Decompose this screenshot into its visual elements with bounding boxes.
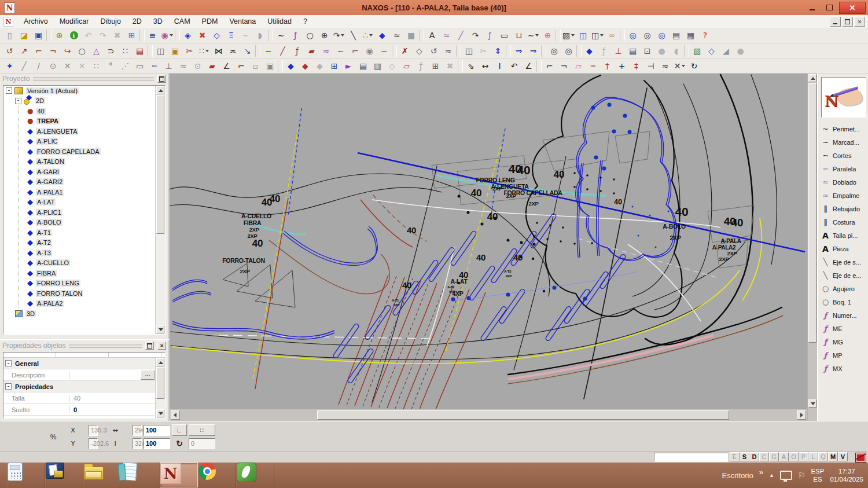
table-columns-icon-button[interactable]: ▥ bbox=[370, 59, 385, 73]
tree-item-2d[interactable]: -◆2D bbox=[3, 96, 156, 107]
corner-arc-1-icon-button[interactable]: ↺ bbox=[2, 44, 17, 58]
show-hidden-icons[interactable]: ▲ bbox=[769, 472, 774, 478]
trim-corner-1-icon-button[interactable]: ⌐ bbox=[542, 59, 557, 73]
apply-curve-r-icon-button[interactable]: ⇒ bbox=[526, 44, 540, 58]
calculator-icon-button[interactable]: ⊞ bbox=[327, 59, 341, 73]
piece-ghost-1-icon-button[interactable]: ● bbox=[654, 44, 669, 58]
scale-x-field[interactable]: 100 bbox=[144, 425, 170, 436]
rect-red-icon-button[interactable]: ▰ bbox=[205, 59, 219, 73]
layer-key-a[interactable]: A bbox=[779, 452, 789, 461]
canvas-vscrollbar[interactable] bbox=[807, 74, 818, 421]
zoom-window-icon-button[interactable]: ◎ bbox=[626, 28, 640, 42]
collapse-icon[interactable]: - bbox=[5, 383, 12, 390]
apply-curve-icon-button[interactable]: ⇒ bbox=[512, 44, 526, 58]
tool-costura[interactable]: ‖Costura bbox=[821, 215, 867, 229]
print-icon-button[interactable]: ▦ bbox=[683, 28, 698, 42]
menu-archivo[interactable]: Archivo bbox=[18, 16, 54, 27]
scale-y-field[interactable]: 100 bbox=[144, 438, 170, 449]
layer-key-s[interactable]: S bbox=[740, 452, 749, 461]
layer-key-v[interactable]: V bbox=[838, 452, 848, 461]
curve-icon-button[interactable]: ∼ bbox=[274, 28, 288, 42]
ellipse-icon-button[interactable]: ○ bbox=[75, 44, 89, 58]
segment-icon-button[interactable]: ∕ bbox=[31, 59, 46, 73]
tree-item-forro-capellada[interactable]: ◆FORRO CAPELLADA bbox=[19, 146, 156, 157]
open-icon-button[interactable]: ◪ bbox=[17, 28, 31, 42]
cut-disabled-icon-button[interactable]: ✂ bbox=[476, 44, 491, 58]
rotation-field[interactable]: 0 bbox=[189, 438, 215, 449]
tool-paralela[interactable]: ≈Paralela bbox=[821, 162, 867, 175]
image-color-icon-button[interactable]: ▧ bbox=[690, 44, 704, 58]
piece-ghost-3-icon-button[interactable]: ● bbox=[733, 44, 748, 58]
descripcion-browse-button[interactable]: ... bbox=[141, 370, 155, 380]
measure-horizontal-icon-button[interactable]: ↔ bbox=[478, 59, 492, 73]
ruler-horizontal-icon-button[interactable]: ▭ bbox=[133, 59, 147, 73]
mdi-minimize-button[interactable] bbox=[830, 17, 841, 27]
menu-cam[interactable]: CAM bbox=[168, 16, 196, 27]
scroll-thumb[interactable] bbox=[156, 367, 164, 399]
project-dock-button[interactable] bbox=[157, 75, 166, 83]
dropdown-icon[interactable] bbox=[341, 34, 344, 36]
fn-disabled-icon-button[interactable]: ƒ bbox=[597, 44, 611, 58]
circle-center-icon-button[interactable]: ⊙ bbox=[46, 59, 60, 73]
measure-arc-icon-button[interactable]: ↶ bbox=[507, 59, 521, 73]
menu-2d[interactable]: 2D bbox=[127, 16, 148, 27]
diamond-disabled-icon-button[interactable]: ◆ bbox=[312, 59, 327, 73]
suelto-value[interactable]: 0 bbox=[70, 406, 165, 413]
close-button[interactable]: ✕ bbox=[839, 2, 866, 14]
ruler-dash-icon-button[interactable]: ┉ bbox=[586, 59, 600, 73]
tree-item-forro-leng[interactable]: ◆FORRO LENG bbox=[19, 278, 156, 289]
properties-dock-button[interactable] bbox=[145, 342, 154, 350]
layer-key-o[interactable]: O bbox=[789, 452, 799, 461]
corner-arc-5-icon-button[interactable]: ↪ bbox=[60, 44, 75, 58]
action-center-flag-icon[interactable]: ⚐ bbox=[798, 471, 806, 480]
properties-scrollbar[interactable] bbox=[155, 358, 165, 418]
tree-item-a-t2[interactable]: ◆A-T2 bbox=[19, 238, 156, 248]
language-indicator[interactable]: ESPES bbox=[811, 467, 824, 484]
desktop-toolbar[interactable]: Escritorio bbox=[722, 471, 753, 480]
wave-points-icon-button[interactable]: ≈ bbox=[389, 28, 404, 42]
points-cluster-icon-button[interactable]: ∷ bbox=[118, 44, 133, 58]
wedge-3d-icon-button[interactable]: ◢ bbox=[719, 44, 733, 58]
tool-rebajado[interactable]: ‖Rebajado bbox=[821, 202, 867, 215]
pen-nodes-icon-button[interactable]: ƒ bbox=[290, 44, 304, 58]
wave-menu-icon-button[interactable]: ∼ bbox=[526, 28, 540, 42]
tree-item-3d[interactable]: 3D bbox=[3, 309, 156, 319]
layer-key-e[interactable]: E bbox=[730, 452, 740, 461]
circle-icon-button[interactable]: ○ bbox=[303, 28, 317, 42]
tree-item-a-t3[interactable]: ◆A-T3 bbox=[19, 248, 156, 258]
image-icon-button[interactable]: ▨ bbox=[561, 28, 576, 42]
tbar-align-icon-button[interactable]: ⊥ bbox=[611, 44, 626, 58]
waves-gray-icon-button[interactable]: ≈ bbox=[176, 59, 190, 73]
section-general[interactable]: - General bbox=[3, 358, 165, 369]
restore-button[interactable] bbox=[822, 2, 837, 13]
dart-purple-icon-button[interactable]: ► bbox=[341, 59, 356, 73]
menu-3d[interactable]: 3D bbox=[148, 16, 168, 27]
cad-drawing[interactable]: 4040404040404040404040404040404040FORRO … bbox=[170, 74, 807, 409]
wave-delete-icon-button[interactable]: ≈ bbox=[441, 44, 455, 58]
axis-cross-icon-button[interactable]: † bbox=[600, 59, 615, 73]
tree-expander[interactable]: - bbox=[15, 98, 21, 104]
tool-mg[interactable]: ƒMG bbox=[821, 335, 867, 348]
line-red-icon-button[interactable]: ╱ bbox=[275, 44, 290, 58]
tree-item-a-cuello[interactable]: ◆A-CUELLO bbox=[19, 258, 156, 269]
taskbar-app-explorer[interactable] bbox=[83, 463, 122, 487]
cross-points-icon-button[interactable]: ∷ bbox=[89, 59, 104, 73]
tool-eje-de-s[interactable]: ╲Eje de s... bbox=[821, 255, 867, 269]
tool-mx[interactable]: ƒMX bbox=[821, 362, 867, 375]
box-connect-icon-button[interactable]: ⊣ bbox=[643, 59, 658, 73]
taskbar-app-naxos[interactable]: N bbox=[160, 463, 198, 487]
dropdown-icon[interactable] bbox=[600, 34, 604, 36]
scroll-thumb[interactable] bbox=[156, 95, 164, 234]
rect-pink-icon-button[interactable]: ▱ bbox=[571, 59, 586, 73]
ruler-ticks-icon-button[interactable]: ┉ bbox=[147, 59, 161, 73]
diamond-delete-icon-button[interactable]: ◆ bbox=[298, 59, 312, 73]
diamond-dash-icon-button[interactable]: ◇ bbox=[385, 59, 399, 73]
scroll-down-icon[interactable] bbox=[808, 399, 816, 408]
corner-arc-3-icon-button[interactable]: ⌐ bbox=[31, 44, 46, 58]
mirror-piece-icon-button[interactable]: Ξ bbox=[224, 28, 238, 42]
width-field[interactable]: 294.78 bbox=[133, 425, 142, 436]
clock[interactable]: 17:3701/04/2025 bbox=[830, 467, 863, 484]
scroll-thumb[interactable] bbox=[808, 83, 816, 343]
freehand-icon-button[interactable]: ƒ bbox=[288, 28, 303, 42]
scroll-right-icon[interactable] bbox=[797, 410, 806, 420]
